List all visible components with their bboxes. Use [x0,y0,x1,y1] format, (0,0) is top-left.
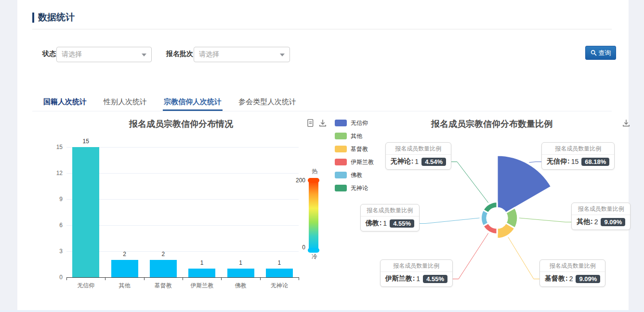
x-axis-tick [105,278,105,280]
pie-item-value: 2 [594,218,598,226]
pie-sector-4[interactable] [481,210,488,226]
pie-item-name: 基督教 [545,274,569,283]
legend-swatch [335,172,347,178]
x-axis-tick [299,278,299,280]
bar-value-label: 1 [266,259,293,266]
pie-item-name: 其他 [577,217,594,226]
legend-swatch [335,185,347,191]
pie-sector-1[interactable] [506,208,518,229]
batch-label: 报名批次 [166,50,193,58]
gridline [66,251,299,252]
pie-sector-3[interactable] [483,223,497,234]
pie-tooltip-title: 报名成员数量比例 [381,260,452,272]
legend-swatch [335,133,347,139]
pie-item-value: 1 [416,275,420,283]
bar-value-label: 1 [188,259,215,266]
header-divider [32,29,612,29]
y-axis-label: 15 [43,143,63,151]
pie-item-value: 15 [571,158,579,165]
bar [72,147,99,277]
tab-nationality-stats[interactable]: 国籍人次统计 [42,95,88,111]
legend-item[interactable]: 佛教 [335,172,374,178]
gridline [66,173,299,174]
pie-item-name: 无信仰 [547,157,571,166]
batch-select-value: 请选择 [199,50,219,59]
y-axis-label: 0 [43,273,63,281]
y-axis-label: 12 [43,169,63,177]
x-axis-label: 无神论 [259,282,300,290]
x-axis-tick [66,278,67,280]
legend-label: 其他 [351,133,362,139]
visualmap-max-label: 200 [285,177,305,184]
pie-legend: 无信仰其他基督教伊斯兰教佛教无神论 [335,120,374,198]
pie-sector-5[interactable] [483,202,497,213]
status-label: 状态 [42,50,56,58]
legend-label: 基督教 [351,146,368,152]
legend-label: 佛教 [351,172,362,178]
query-button[interactable]: 查询 [585,46,616,60]
gridline [66,199,299,200]
pie-tooltip-title: 报名成员数量比例 [572,203,630,215]
legend-label: 无信仰 [351,120,368,126]
data-view-icon[interactable] [306,119,315,127]
visualmap-handle-bottom[interactable] [308,248,319,253]
x-axis-tick [221,278,222,280]
pie-item-name: 无神论 [391,157,415,166]
pie-label-card: 报名成员数量比例 无神论 1 4.54% [385,142,451,170]
bar [266,269,293,277]
page-title: 数据统计 [38,11,75,24]
content-area: 数据统计 状态 请选择 报名批次 请选择 查询 国籍人次统计 性别人次统计 宗教… [17,0,629,312]
bar-chart-title: 报名成员宗教信仰分布情况 [66,118,297,130]
download-icon[interactable] [622,119,631,127]
x-axis-label: 基督教 [143,282,184,290]
pie-tooltip-title: 报名成员数量比例 [540,260,605,272]
tab-meeting-type-stats[interactable]: 参会类型人次统计 [237,95,297,111]
pie-label-card: 报名成员数量比例 基督教 2 9.09% [539,259,605,287]
leader-line [453,233,488,279]
x-axis-tick [144,278,145,280]
percent-badge: 9.09% [576,275,600,283]
legend-item[interactable]: 其他 [335,133,374,139]
pie-tooltip-title: 报名成员数量比例 [542,143,614,155]
bar-value-label: 15 [72,138,99,145]
legend-item[interactable]: 伊斯兰教 [335,159,374,165]
pie-chart-title: 报名成员宗教信仰分布数量比例 [383,118,600,130]
legend-item[interactable]: 无信仰 [335,120,374,126]
x-axis-label: 无信仰 [66,282,106,290]
tab-religion-stats[interactable]: 宗教信仰人次统计 [163,95,223,111]
legend-label: 无神论 [351,185,368,191]
x-axis-tick [260,278,261,280]
legend-swatch [335,159,347,165]
legend-label: 伊斯兰教 [351,159,374,165]
search-icon [591,50,597,56]
download-icon[interactable] [318,119,327,127]
percent-badge: 4.55% [423,275,447,283]
bar [188,269,215,277]
visualmap-handle-top[interactable] [308,178,319,183]
legend-item[interactable]: 无神论 [335,185,374,191]
pie-item-value: 1 [415,158,419,165]
visualmap-cold-label: 冷 [309,253,320,261]
title-accent-bar [32,13,34,23]
x-axis-tick [183,278,183,280]
chevron-down-icon [280,54,285,56]
query-button-label: 查询 [599,49,611,57]
gridline [66,225,299,226]
batch-select[interactable]: 请选择 [194,47,290,62]
visualmap-min-label: 0 [285,244,305,251]
legend-item[interactable]: 基督教 [335,146,374,152]
visualmap-gradient-bar[interactable] [309,180,318,250]
legend-swatch [335,120,347,126]
tab-gender-stats[interactable]: 性别人次统计 [103,95,148,111]
visualmap-hot-label: 热 [309,167,320,176]
bar [227,269,254,277]
pie-item-value: 1 [383,219,387,227]
percent-badge: 68.18% [581,158,609,166]
pie-sector-2[interactable] [497,223,515,239]
chevron-down-icon [142,54,146,56]
pie-label-card: 报名成员数量比例 其他 2 9.09% [571,203,631,230]
status-select[interactable]: 请选择 [56,47,152,62]
bar-value-label: 2 [111,251,138,258]
leader-line [420,218,480,224]
percent-badge: 4.54% [421,158,446,166]
